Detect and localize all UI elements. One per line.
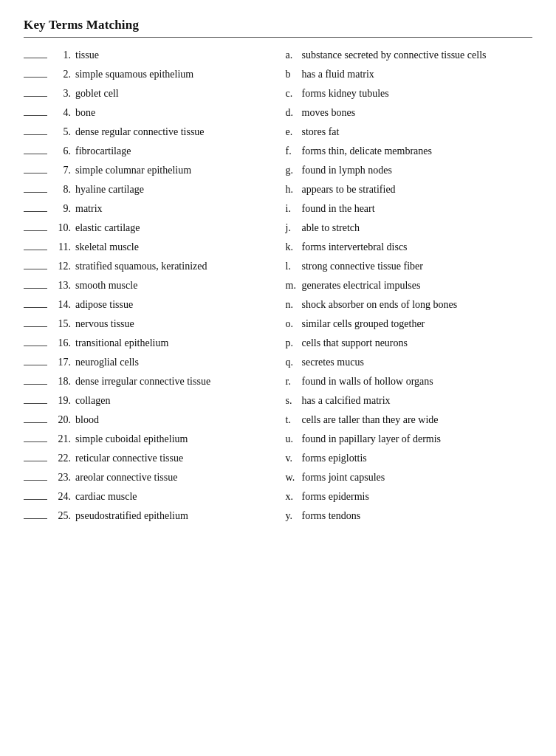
- term-number: 13.: [47, 280, 74, 292]
- term-label: adipose tissue: [74, 299, 271, 311]
- term-number: 14.: [47, 299, 74, 311]
- def-letter: h.: [286, 184, 302, 196]
- term-label: goblet cell: [74, 88, 271, 100]
- term-row: 12.stratified squamous, keratinized: [24, 261, 271, 277]
- def-text: forms thin, delicate membranes: [302, 145, 533, 157]
- term-number: 15.: [47, 318, 74, 330]
- term-row: 22.reticular connective tissue: [24, 453, 271, 469]
- answer-blank: [24, 250, 47, 250]
- term-label: elastic cartilage: [74, 222, 271, 234]
- definition-row: i.found in the heart: [286, 203, 533, 219]
- term-number: 1.: [47, 49, 74, 61]
- definition-row: d.moves bones: [286, 107, 533, 123]
- term-row: 24.cardiac muscle: [24, 491, 271, 507]
- definition-row: r.found in walls of hollow organs: [286, 376, 533, 392]
- def-letter: f.: [286, 145, 302, 157]
- term-number: 22.: [47, 453, 74, 464]
- def-letter: y.: [286, 510, 302, 522]
- definition-row: x.forms epidermis: [286, 491, 533, 507]
- definition-row: c.forms kidney tubules: [286, 88, 533, 104]
- answer-blank: [24, 499, 47, 500]
- def-letter: t.: [286, 414, 302, 426]
- def-text: cells are taller than they are wide: [302, 414, 533, 426]
- def-text: cells that support neurons: [302, 337, 533, 349]
- definition-row: u.found in papillary layer of dermis: [286, 433, 533, 450]
- term-row: 25.pseudostratified epithelium: [24, 510, 271, 526]
- answer-blank: [24, 403, 47, 404]
- terms-column: 1.tissue2.simple squamous epithelium3.go…: [24, 49, 278, 529]
- def-text: found in papillary layer of dermis: [302, 433, 533, 445]
- term-label: simple columnar epithelium: [74, 165, 271, 176]
- term-number: 4.: [47, 107, 74, 119]
- term-row: 21.simple cuboidal epithelium: [24, 433, 271, 450]
- def-text: forms intervertebral discs: [302, 241, 533, 253]
- def-letter: q.: [286, 357, 302, 368]
- answer-blank: [24, 326, 47, 327]
- term-row: 20.blood: [24, 414, 271, 430]
- term-number: 19.: [47, 395, 74, 407]
- term-row: 15.nervous tissue: [24, 318, 271, 334]
- def-text: has a fluid matrix: [302, 69, 533, 80]
- def-letter: k.: [286, 241, 302, 253]
- def-text: strong connective tissue fiber: [302, 261, 533, 272]
- definition-row: q.secretes mucus: [286, 357, 533, 373]
- def-letter: j.: [286, 222, 302, 234]
- term-number: 17.: [47, 357, 74, 368]
- term-number: 9.: [47, 203, 74, 215]
- def-text: substance secreted by connective tissue …: [302, 49, 533, 61]
- answer-blank: [24, 192, 47, 193]
- def-text: forms epidermis: [302, 491, 533, 503]
- term-number: 12.: [47, 261, 74, 272]
- term-label: dense regular connective tissue: [74, 126, 271, 138]
- term-label: transitional epithelium: [74, 337, 271, 349]
- term-row: 4.bone: [24, 107, 271, 123]
- term-number: 16.: [47, 337, 74, 349]
- def-text: found in the heart: [302, 203, 533, 215]
- definition-row: f.forms thin, delicate membranes: [286, 145, 533, 162]
- definitions-column: a.substance secreted by connective tissu…: [278, 49, 533, 529]
- def-text: forms tendons: [302, 510, 533, 522]
- def-letter: a.: [286, 49, 302, 61]
- def-text: able to stretch: [302, 222, 533, 234]
- term-row: 14.adipose tissue: [24, 299, 271, 315]
- answer-blank: [24, 518, 47, 519]
- page-title: Key Terms Matching: [24, 18, 532, 32]
- definition-row: y.forms tendons: [286, 510, 533, 526]
- answer-blank: [24, 346, 47, 346]
- def-text: forms epiglottis: [302, 453, 533, 464]
- term-row: 9.matrix: [24, 203, 271, 219]
- term-row: 13.smooth muscle: [24, 280, 271, 296]
- definition-row: e.stores fat: [286, 126, 533, 142]
- term-row: 17.neuroglial cells: [24, 357, 271, 373]
- def-letter: l.: [286, 261, 302, 272]
- term-number: 11.: [47, 241, 74, 253]
- def-letter: v.: [286, 453, 302, 464]
- def-text: secretes mucus: [302, 357, 533, 368]
- answer-blank: [24, 154, 47, 154]
- def-letter: u.: [286, 433, 302, 445]
- answer-blank: [24, 422, 47, 423]
- term-row: 10.elastic cartilage: [24, 222, 271, 238]
- definition-row: k.forms intervertebral discs: [286, 241, 533, 258]
- def-letter: g.: [286, 165, 302, 176]
- term-number: 2.: [47, 69, 74, 80]
- term-row: 5.dense regular connective tissue: [24, 126, 271, 142]
- definition-row: t.cells are taller than they are wide: [286, 414, 533, 430]
- term-label: areolar connective tissue: [74, 472, 271, 484]
- term-number: 10.: [47, 222, 74, 234]
- term-number: 23.: [47, 472, 74, 484]
- definition-row: n.shock absorber on ends of long bones: [286, 299, 533, 315]
- definition-row: a.substance secreted by connective tissu…: [286, 49, 533, 66]
- def-letter: b: [286, 69, 302, 80]
- term-number: 25.: [47, 510, 74, 522]
- term-label: dense irregular connective tissue: [74, 376, 271, 388]
- term-number: 3.: [47, 88, 74, 100]
- term-row: 3.goblet cell: [24, 88, 271, 104]
- def-letter: e.: [286, 126, 302, 138]
- def-letter: i.: [286, 203, 302, 215]
- def-letter: d.: [286, 107, 302, 119]
- term-row: 18.dense irregular connective tissue: [24, 376, 271, 392]
- answer-blank: [24, 173, 47, 173]
- def-text: shock absorber on ends of long bones: [302, 299, 533, 311]
- answer-blank: [24, 307, 47, 308]
